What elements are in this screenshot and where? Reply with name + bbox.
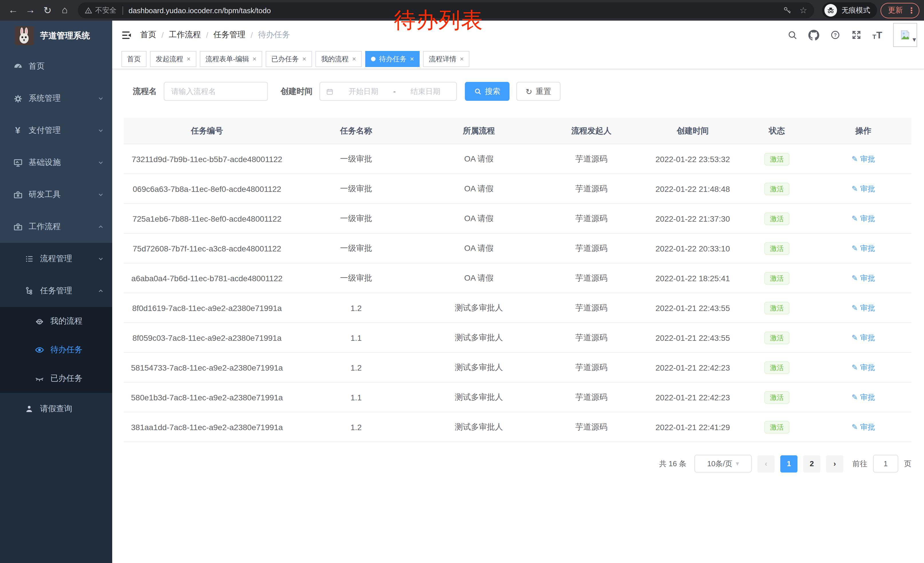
logo-image: [15, 26, 34, 45]
col-task-id: 任务编号: [124, 118, 290, 144]
approve-link[interactable]: ✎ 审批: [852, 392, 875, 402]
browser-forward-icon[interactable]: →: [22, 2, 39, 19]
sidebar: 芋道管理系统 首页: [0, 21, 112, 563]
incognito-badge: 无痕模式: [822, 2, 877, 18]
page-size-select[interactable]: 10条/页 ▾: [694, 455, 752, 473]
reset-button[interactable]: ↻ 重置: [516, 82, 560, 101]
table-row: a6aba0a4-7b6d-11ec-b781-acde48001122 一级审…: [124, 263, 911, 293]
cell-create-time: 2022-01-21 22:43:55: [647, 323, 738, 353]
sidebar-item-done-tasks[interactable]: 已办任务: [0, 364, 112, 393]
fullscreen-icon[interactable]: [851, 30, 862, 40]
status-badge: 激活: [764, 421, 789, 433]
cell-process: OA 请假: [422, 233, 536, 263]
col-create-time: 创建时间: [647, 118, 738, 144]
close-icon[interactable]: ×: [352, 56, 356, 62]
edit-icon: ✎: [852, 155, 858, 163]
approve-link[interactable]: ✎ 审批: [852, 154, 875, 164]
sidebar-item-infra[interactable]: 基础设施: [0, 147, 112, 179]
cell-process: 测试多审批人: [422, 412, 536, 442]
tag-done-tasks[interactable]: 已办任务×: [266, 51, 312, 67]
cell-starter: 芋道源码: [536, 144, 647, 174]
close-icon[interactable]: ×: [460, 56, 464, 62]
sidebar-item-process-mgmt[interactable]: 流程管理: [0, 243, 112, 275]
incognito-label: 无痕模式: [842, 6, 870, 15]
cell-task-name: 一级审批: [290, 204, 422, 233]
sidebar-item-system[interactable]: 系统管理: [0, 83, 112, 114]
sidebar-item-leave-query[interactable]: 请假查询: [0, 393, 112, 425]
create-time-label: 创建时间: [280, 86, 313, 96]
breadcrumb-workflow[interactable]: 工作流程: [169, 30, 201, 40]
breadcrumb-task-mgmt[interactable]: 任务管理: [213, 30, 246, 40]
sidebar-item-my-process[interactable]: 我的流程: [0, 307, 112, 336]
cell-status: 激活: [738, 323, 815, 353]
cell-task-id: 73211d9d-7b9b-11ec-b5b7-acde48001122: [124, 144, 290, 174]
chevron-down-icon: [98, 95, 104, 102]
tag-start-process[interactable]: 发起流程×: [150, 51, 196, 67]
approve-link[interactable]: ✎ 审批: [852, 362, 875, 372]
browser-back-icon[interactable]: ←: [4, 2, 22, 19]
prev-page-button[interactable]: ‹: [758, 455, 775, 472]
process-name-input[interactable]: [164, 82, 268, 101]
search-button[interactable]: 搜索: [465, 82, 510, 101]
browser-update-button[interactable]: 更新 ⋮: [880, 3, 920, 18]
help-icon[interactable]: ?: [830, 30, 840, 40]
cell-status: 激活: [738, 412, 815, 442]
table-row: 580e1b3d-7ac8-11ec-a9e2-a2380e71991a 1.1…: [124, 382, 911, 412]
list-icon: [24, 254, 34, 263]
approve-link[interactable]: ✎ 审批: [852, 183, 875, 194]
navbar: 首页 / 工作流程 / 任务管理 / 待办任务: [112, 21, 924, 49]
cell-task-id: a6aba0a4-7b6d-11ec-b781-acde48001122: [124, 263, 290, 293]
sidebar-item-workflow[interactable]: 工作流程: [0, 211, 112, 243]
sidebar-item-task-mgmt[interactable]: 任务管理: [0, 275, 112, 307]
process-name-label: 流程名: [133, 86, 157, 96]
sidebar-item-home[interactable]: 首页: [0, 50, 112, 83]
approve-link[interactable]: ✎ 审批: [852, 213, 875, 224]
monitor-icon: [13, 158, 23, 168]
sidebar-collapse-icon[interactable]: [112, 30, 140, 41]
close-icon[interactable]: ×: [410, 56, 414, 62]
browser-home-icon[interactable]: ⌂: [56, 2, 73, 19]
approve-link[interactable]: ✎ 审批: [852, 422, 875, 432]
tag-process-detail[interactable]: 流程详情×: [423, 51, 470, 67]
close-icon[interactable]: ×: [187, 56, 190, 62]
warning-icon: [85, 7, 92, 14]
close-icon[interactable]: ×: [302, 56, 306, 62]
sidebar-item-devtools[interactable]: 研发工具: [0, 179, 112, 211]
browser-menu-icon[interactable]: ⋮: [908, 6, 915, 15]
sidebar-item-payment[interactable]: ¥ 支付管理: [0, 114, 112, 147]
key-icon[interactable]: [782, 6, 792, 15]
bookmark-star-icon[interactable]: ☆: [800, 5, 807, 15]
approve-link[interactable]: ✎ 审批: [852, 332, 875, 343]
app-title: 芋道管理系统: [40, 30, 90, 41]
end-date-placeholder[interactable]: 结束日期: [400, 86, 450, 96]
goto-page-input[interactable]: [873, 455, 898, 473]
approve-link[interactable]: ✎ 审批: [852, 243, 875, 254]
tag-process-form-edit[interactable]: 流程表单-编辑×: [200, 51, 262, 67]
start-date-placeholder[interactable]: 开始日期: [338, 86, 389, 96]
avatar-caret-icon[interactable]: ▾: [912, 36, 916, 44]
tag-my-process[interactable]: 我的流程×: [315, 51, 362, 67]
cell-starter: 芋道源码: [536, 204, 647, 233]
search-icon[interactable]: [787, 30, 798, 40]
approve-link[interactable]: ✎ 审批: [852, 303, 875, 313]
cell-task-name: 1.2: [290, 293, 422, 323]
col-task-name: 任务名称: [290, 118, 422, 144]
github-icon[interactable]: [808, 30, 819, 41]
browser-reload-icon[interactable]: ↻: [39, 2, 56, 19]
cell-actions: ✎ 审批: [815, 382, 911, 412]
date-range-input[interactable]: 开始日期 - 结束日期: [320, 82, 457, 101]
tag-todo-tasks[interactable]: 待办任务×: [365, 51, 420, 67]
status-badge: 激活: [764, 212, 789, 225]
next-page-button[interactable]: ›: [826, 455, 843, 472]
tag-home[interactable]: 首页: [122, 51, 147, 67]
breadcrumb-home[interactable]: 首页: [140, 30, 156, 40]
omnibox-divider: [122, 6, 123, 15]
cell-create-time: 2022-01-22 21:48:48: [647, 174, 738, 204]
sidebar-item-todo-tasks[interactable]: 待办任务: [0, 336, 112, 364]
close-icon[interactable]: ×: [252, 56, 256, 62]
font-size-icon[interactable]: TT: [873, 30, 882, 40]
page-button-1[interactable]: 1: [780, 455, 798, 472]
cell-actions: ✎ 审批: [815, 263, 911, 293]
approve-link[interactable]: ✎ 审批: [852, 273, 875, 283]
page-button-2[interactable]: 2: [803, 455, 820, 472]
